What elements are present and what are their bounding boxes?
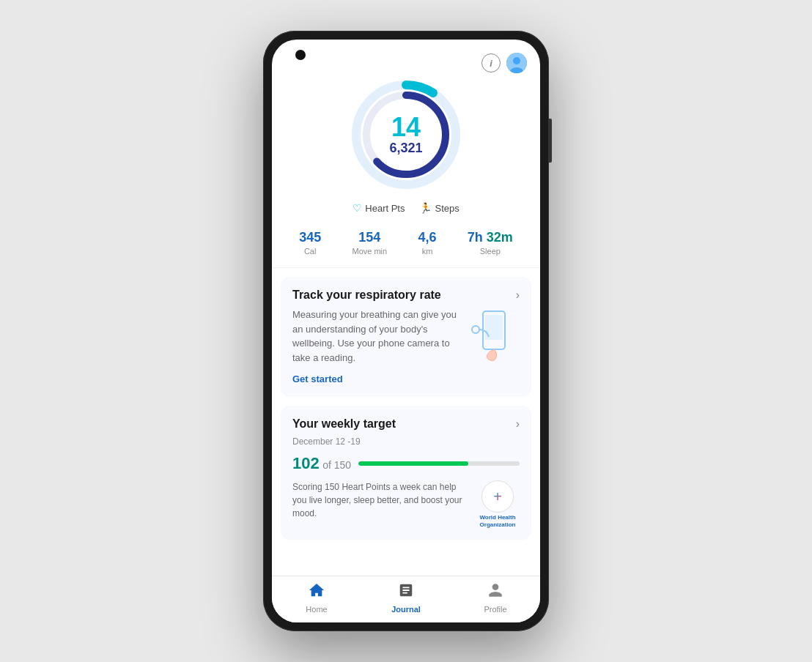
steps-icon: 🏃 bbox=[419, 202, 432, 214]
respiratory-body: Measuring your breathing can give you an… bbox=[292, 308, 520, 385]
stat-sleep: 7h 32m Sleep bbox=[468, 230, 513, 256]
weekly-target-card[interactable]: Your weekly target › December 12 -19 102… bbox=[281, 406, 531, 540]
respiratory-arrow: › bbox=[516, 289, 520, 302]
target-progress-row: 102 of 150 bbox=[292, 454, 520, 473]
progress-bar-fill bbox=[358, 461, 468, 466]
sleep-label: Sleep bbox=[468, 247, 513, 256]
heart-pts-label: Heart Pts bbox=[365, 203, 405, 214]
svg-point-1 bbox=[513, 57, 520, 64]
weekly-target-arrow: › bbox=[516, 417, 520, 431]
top-icons: i bbox=[481, 53, 527, 73]
steps-legend: 🏃 Steps bbox=[419, 202, 459, 214]
svg-point-9 bbox=[472, 326, 479, 333]
get-started-link[interactable]: Get started bbox=[292, 373, 343, 384]
target-total: 150 bbox=[334, 459, 351, 471]
respiratory-title: Track your respiratory rate bbox=[292, 289, 520, 302]
who-circle: + bbox=[481, 480, 514, 513]
cal-value: 345 bbox=[299, 230, 321, 245]
steps-label: Steps bbox=[435, 203, 459, 214]
steps-value: 6,321 bbox=[389, 141, 422, 156]
home-icon bbox=[309, 582, 325, 603]
target-body: Scoring 150 Heart Points a week can help… bbox=[292, 480, 520, 528]
profile-label: Profile bbox=[484, 605, 506, 614]
target-date: December 12 -19 bbox=[292, 436, 520, 447]
nav-journal[interactable]: Journal bbox=[361, 582, 451, 614]
target-of: of bbox=[322, 459, 334, 471]
journal-label: Journal bbox=[391, 605, 421, 614]
journal-icon bbox=[398, 582, 414, 603]
camera-cutout bbox=[295, 50, 306, 60]
nav-profile[interactable]: Profile bbox=[451, 582, 540, 614]
heart-pts-value: 14 bbox=[389, 114, 422, 141]
phone-screen: i bbox=[272, 40, 540, 622]
ring-legend: ♡ Heart Pts 🏃 Steps bbox=[353, 202, 459, 214]
nav-home[interactable]: Home bbox=[272, 582, 361, 614]
stats-bar: 345 Cal 154 Move min 4,6 km 7h 32m Sleep bbox=[272, 221, 540, 268]
weekly-target-title: Your weekly target bbox=[292, 417, 520, 431]
km-label: km bbox=[418, 247, 436, 256]
respiratory-description: Measuring your breathing can give you an… bbox=[292, 308, 461, 365]
stat-km: 4,6 km bbox=[418, 230, 436, 256]
respiratory-text: Measuring your breathing can give you an… bbox=[292, 308, 461, 385]
profile-icon bbox=[487, 582, 503, 603]
target-progress-text: 102 of 150 bbox=[292, 454, 351, 473]
who-plus-icon: + bbox=[493, 488, 502, 505]
ring-center-text: 14 6,321 bbox=[389, 114, 422, 156]
stat-cal: 345 Cal bbox=[299, 230, 321, 256]
scroll-content: 14 6,321 ♡ Heart Pts 🏃 Steps bbox=[272, 40, 540, 576]
heart-icon: ♡ bbox=[353, 202, 362, 214]
km-value: 4,6 bbox=[418, 230, 436, 245]
who-label: World HealthOrganization bbox=[479, 514, 515, 528]
info-icon[interactable]: i bbox=[481, 53, 501, 72]
avatar[interactable] bbox=[506, 53, 527, 73]
progress-bar-container bbox=[358, 461, 520, 466]
respiratory-card[interactable]: Track your respiratory rate › Measuring … bbox=[281, 277, 531, 397]
who-badge: + World HealthOrganization bbox=[476, 480, 520, 528]
bottom-nav: Home Journal Profile bbox=[272, 576, 540, 622]
target-current: 102 bbox=[292, 454, 320, 472]
heart-pts-legend: ♡ Heart Pts bbox=[353, 202, 405, 214]
move-label: Move min bbox=[352, 247, 387, 256]
target-description: Scoring 150 Heart Points a week can help… bbox=[292, 480, 468, 520]
phone-illustration bbox=[468, 308, 520, 366]
phone-frame: i bbox=[263, 31, 549, 631]
sleep-value: 7h 32m bbox=[468, 230, 513, 245]
cal-label: Cal bbox=[299, 247, 321, 256]
ring-container: 14 6,321 bbox=[347, 76, 465, 193]
bottom-spacer bbox=[272, 540, 540, 548]
home-label: Home bbox=[306, 605, 327, 614]
move-value: 154 bbox=[352, 230, 387, 245]
stat-move: 154 Move min bbox=[352, 230, 387, 256]
